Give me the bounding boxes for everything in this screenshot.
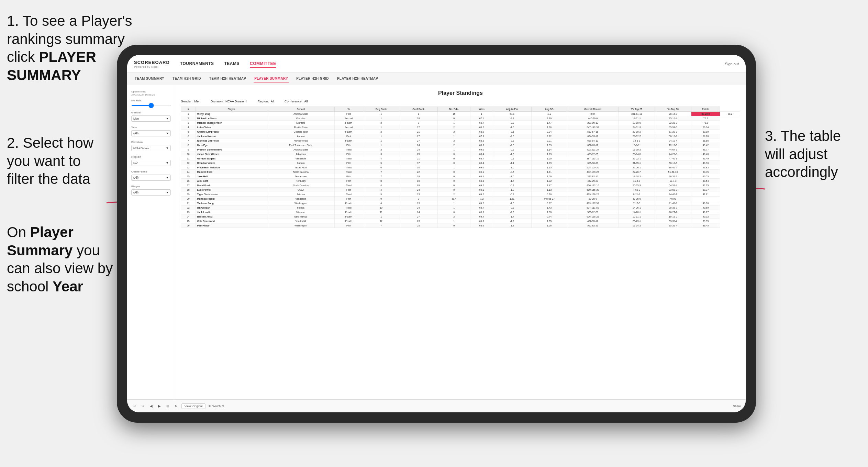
player-label: Player	[131, 185, 171, 188]
year-select[interactable]: (All) ▼	[131, 130, 171, 136]
no-rds-label: No Rds.	[131, 99, 171, 102]
undo-button[interactable]: ↩	[132, 403, 137, 409]
table-title: Player Standings	[181, 90, 740, 96]
sidebar-division: Division NCAA Division I ▼	[131, 141, 171, 151]
redo-button[interactable]: ↪	[140, 403, 146, 409]
table-row[interactable]: 11Gordon SargentVanderbiltThird421068.7-…	[181, 156, 740, 161]
col-adj: Adj. to Par	[493, 107, 531, 112]
table-row[interactable]: 16Alex GoffKentuckyFifth819068.3-1.71.92…	[181, 179, 740, 183]
player-select[interactable]: (All) ▼	[131, 189, 171, 196]
filter-region: Region: All	[258, 100, 275, 103]
refresh-button[interactable]: ↻	[173, 403, 179, 409]
table-row[interactable]: 24Bastien AmatNew MexicoFourth127269.4-1…	[181, 214, 740, 219]
table-row[interactable]: 26Petr HrubyWashingtonFifth725068.6-1.81…	[181, 223, 740, 228]
table-row[interactable]: 22Ian GilliganFloridaThird1024168.7-0.91…	[181, 205, 740, 210]
copy-button[interactable]: ⊞	[165, 403, 170, 409]
subnav-team-summary[interactable]: TEAM SUMMARY	[134, 75, 165, 82]
table-area: Player Standings Gender: Men Division: N…	[175, 85, 746, 399]
table-row[interactable]: 20Matthew RiedelVanderbiltFifth9068.4-1.…	[181, 197, 740, 201]
subnav-player-summary[interactable]: PLAYER SUMMARY	[254, 75, 289, 82]
nav-bar: SCOREBOARD Powered by clippi TOURNAMENTS…	[127, 55, 746, 73]
gender-select[interactable]: Men ▼	[131, 115, 171, 122]
update-date: 27/03/2024 16:56:26	[131, 93, 171, 96]
table-row[interactable]: 13Phichakon MaichonTexas A&MThird630169.…	[181, 165, 740, 170]
subnav-player-h2h-heatmap[interactable]: PLAYER H2H HEATMAP	[336, 75, 379, 82]
view-button[interactable]: View: Original	[181, 403, 205, 409]
division-select[interactable]: NCAA Division I ▼	[131, 145, 171, 151]
table-row[interactable]: 1Wenyi DingArizona StateFirst1115167.1-3…	[181, 112, 740, 116]
division-label: Division	[131, 141, 171, 144]
table-row[interactable]: 15Jake HallTennesseeFifth718068.5-1.51.6…	[181, 174, 740, 179]
instruction-2: 2. Select how you want to filter the dat…	[7, 134, 110, 188]
share-button[interactable]: Share	[733, 404, 741, 408]
no-rds-slider[interactable]	[131, 105, 171, 106]
update-time: Update time: 27/03/2024 16:56:26	[131, 90, 171, 96]
table-row[interactable]: 10Jacob Skov OlesenArkansasFifth325068.4…	[181, 152, 740, 156]
watch-label: Watch	[212, 404, 221, 408]
instruction-4: On Player Summary you can also view by s…	[7, 223, 113, 296]
back-button[interactable]: ◀	[148, 403, 154, 409]
col-reg-rank: Reg Rank	[363, 107, 399, 112]
update-label: Update time:	[131, 90, 171, 93]
sidebar: Update time: 27/03/2024 16:56:26 No Rds.…	[127, 85, 175, 399]
table-row[interactable]: 17David FordNorth CarolinaThird469069.2-…	[181, 183, 740, 188]
nav-links: TOURNAMENTS TEAMS COMMITTEE	[180, 60, 725, 68]
table-row[interactable]: 14Maxwell FordNorth CarolinaThird722069.…	[181, 170, 740, 174]
col-avg-sg: Avg SG	[531, 107, 567, 112]
step4-title: On	[7, 224, 30, 240]
forward-button[interactable]: ▶	[157, 403, 162, 409]
table-row[interactable]: 7Nicholas GabrelcikNorth FloridaFourth12…	[181, 138, 740, 143]
nav-tournaments[interactable]: TOURNAMENTS	[180, 60, 214, 68]
table-row[interactable]: 9Preston SummerhaysArizona StateThird324…	[181, 147, 740, 152]
logo-text: SCOREBOARD	[134, 60, 170, 65]
subnav-team-h2h-heatmap[interactable]: TEAM H2H HEATMAP	[209, 75, 247, 82]
table-row[interactable]: 25Cole SherwoodVanderbiltFourth1223169.3…	[181, 219, 740, 223]
table-row[interactable]: 2Michael Le SassoOle MissSecond118067.1-…	[181, 116, 740, 121]
table-row[interactable]: 5Christo LamprechtGeorgia TechFourth2212…	[181, 130, 740, 134]
col-points: Points	[691, 107, 720, 112]
col-rank: #	[181, 107, 196, 112]
col-top50: Vs Top 50	[655, 107, 691, 112]
subnav-player-h2h-grid[interactable]: PLAYER H2H GRID	[296, 75, 330, 82]
tablet: SCOREBOARD Powered by clippi TOURNAMENTS…	[117, 45, 756, 423]
col-player: Player	[196, 107, 267, 112]
col-yr: Yr	[334, 107, 363, 112]
table-row[interactable]: 12Brendan ValdesAuburnFifth537068.4-1.11…	[181, 161, 740, 165]
filter-row: Gender: Men Division: NCAA Division I Re…	[181, 100, 740, 103]
nav-teams[interactable]: TEAMS	[224, 60, 240, 68]
table-row[interactable]: 18Luke PowellUCLAFirst424069.1-1.81.1350…	[181, 188, 740, 192]
col-wins: Wins	[470, 107, 493, 112]
conference-select[interactable]: (All) ▼	[131, 175, 171, 181]
standings-table: # Player School Yr Reg Rank Conf Rank No…	[181, 107, 740, 228]
table-row[interactable]: 8Mats EgeEast Tennessee StateFifth124268…	[181, 143, 740, 147]
sidebar-player: Player (All) ▼	[131, 185, 171, 196]
nav-committee[interactable]: COMMITTEE	[250, 60, 276, 68]
sidebar-year: Year (All) ▼	[131, 126, 171, 136]
region-select[interactable]: N/A ▼	[131, 160, 171, 166]
filter-gender: Gender: Men	[181, 100, 200, 103]
table-row[interactable]: 6Jackson KoivunAuburnFirst127167.3-2.02.…	[181, 134, 740, 138]
view-label: View: Original	[185, 404, 202, 408]
main-content: Update time: 27/03/2024 16:56:26 No Rds.…	[127, 85, 746, 399]
filter-conference: Conference: All	[285, 100, 308, 103]
col-conf-rank: Conf Rank	[399, 107, 438, 112]
watch-button[interactable]: 👁 Watch ▼	[208, 404, 224, 408]
col-top25: Vs Top 25	[619, 107, 655, 112]
gender-label: Gender	[131, 111, 171, 114]
bottom-toolbar: ↩ ↪ ◀ ▶ ⊞ ↻ View: Original 👁 Watch ▼ Sha…	[127, 399, 746, 412]
subnav-team-h2h-grid[interactable]: TEAM H2H GRID	[172, 75, 202, 82]
table-body: 1Wenyi DingArizona StateFirst1115167.1-3…	[181, 112, 740, 228]
sidebar-no-rds: No Rds.	[131, 99, 171, 107]
table-row[interactable]: 3Michael ThorbjornsenStanfordFourth28168…	[181, 121, 740, 125]
year-label: Year	[131, 126, 171, 129]
sign-out-link[interactable]: Sign out	[725, 62, 739, 66]
table-header: # Player School Yr Reg Rank Conf Rank No…	[181, 107, 740, 112]
table-row[interactable]: 21Taehoon SongWashingtonFourth423169.2-1…	[181, 201, 740, 205]
instruction-3: 3. The table will adjust accordingly	[765, 127, 861, 181]
table-row[interactable]: 19Tiger ChristensenArizonaThird523269.2-…	[181, 192, 740, 197]
table-row[interactable]: 23Jack LundinMissouriFourth1124068.6-2.3…	[181, 210, 740, 214]
table-row[interactable]: 4Luke ClatonFlorida StateSecond127268.2-…	[181, 125, 740, 130]
share-label: Share	[733, 404, 741, 408]
sub-nav: TEAM SUMMARY TEAM H2H GRID TEAM H2H HEAT…	[127, 73, 746, 85]
step2-text: 2. Select how you want to filter the dat…	[7, 135, 93, 187]
